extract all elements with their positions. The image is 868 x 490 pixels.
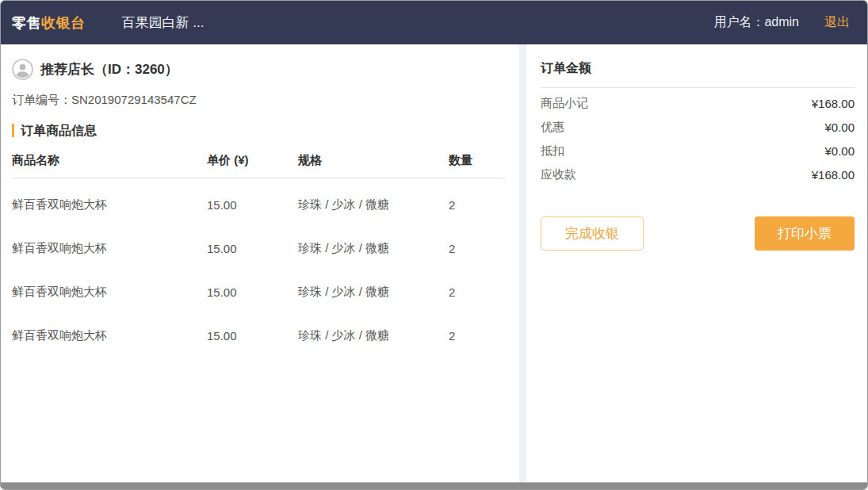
table-row: 鲜百香双响炮大杯 15.00 珍珠 / 少冰 / 微糖 2 bbox=[12, 183, 505, 227]
action-buttons-row: 完成收银 打印小票 bbox=[541, 216, 855, 251]
table-header-row: 商品名称 单价 (¥) 规格 数量 bbox=[12, 148, 505, 178]
summary-value: ¥168.00 bbox=[812, 168, 855, 182]
cell-unit-price: 15.00 bbox=[207, 329, 298, 343]
order-items-table: 商品名称 单价 (¥) 规格 数量 鲜百香双响炮大杯 15.00 珍珠 / 少冰… bbox=[12, 148, 507, 358]
summary-value: ¥0.00 bbox=[824, 144, 855, 158]
table-body: 鲜百香双响炮大杯 15.00 珍珠 / 少冰 / 微糖 2 鲜百香双响炮大杯 1… bbox=[12, 178, 505, 358]
table-row: 鲜百香双响炮大杯 15.00 珍珠 / 少冰 / 微糖 2 bbox=[12, 314, 505, 358]
store-tab[interactable]: 百果园白新 ... bbox=[122, 13, 205, 32]
cell-product-name: 鲜百香双响炮大杯 bbox=[12, 241, 207, 256]
cell-unit-price: 15.00 bbox=[207, 198, 298, 212]
summary-value: ¥168.00 bbox=[812, 97, 855, 110]
pos-window: 零售收银台 百果园白新 ... 用户名：admin 退出 推荐店长（ID：326… bbox=[0, 0, 868, 490]
username-value: admin bbox=[764, 15, 799, 29]
col-header-unit-price: 单价 (¥) bbox=[207, 153, 298, 168]
summary-label: 商品小记 bbox=[541, 96, 588, 111]
summary-rows: 商品小记 ¥168.00 优惠 ¥0.00 抵扣 ¥0.00 应收款 ¥168.… bbox=[541, 88, 855, 186]
print-receipt-button[interactable]: 打印小票 bbox=[755, 216, 855, 251]
order-amount-panel: 订单金额 商品小记 ¥168.00 优惠 ¥0.00 抵扣 ¥0.00 应收款 … bbox=[526, 44, 867, 482]
col-header-spec: 规格 bbox=[298, 153, 449, 168]
summary-label: 抵扣 bbox=[541, 144, 564, 159]
cell-quantity: 2 bbox=[449, 198, 505, 212]
cell-product-name: 鲜百香双响炮大杯 bbox=[12, 328, 207, 343]
order-number-value: SN20190729143547CZ bbox=[71, 93, 197, 106]
cell-spec: 珍珠 / 少冰 / 微糖 bbox=[298, 197, 449, 212]
order-items-panel: 推荐店长（ID：3260） 订单编号：SN20190729143547CZ 订单… bbox=[1, 44, 519, 482]
cell-quantity: 2 bbox=[449, 285, 505, 299]
order-items-section-title: 订单商品信息 bbox=[12, 124, 507, 137]
cell-quantity: 2 bbox=[449, 242, 505, 255]
summary-value: ¥0.00 bbox=[824, 121, 855, 134]
cell-product-name: 鲜百香双响炮大杯 bbox=[12, 285, 207, 300]
top-bar: 零售收银台 百果园白新 ... 用户名：admin 退出 bbox=[1, 1, 867, 44]
cell-unit-price: 15.00 bbox=[207, 285, 298, 299]
order-amount-title: 订单金额 bbox=[541, 56, 855, 88]
username-label: 用户名： bbox=[713, 15, 764, 29]
summary-label: 应收款 bbox=[541, 167, 576, 182]
cell-product-name: 鲜百香双响炮大杯 bbox=[12, 197, 207, 212]
app-title: 零售收银台 bbox=[12, 13, 86, 33]
main-content: 推荐店长（ID：3260） 订单编号：SN20190729143547CZ 订单… bbox=[1, 44, 867, 482]
logout-link[interactable]: 退出 bbox=[824, 14, 850, 31]
order-number-label: 订单编号： bbox=[12, 93, 71, 106]
referrer-title: 推荐店长（ID：3260） bbox=[40, 60, 178, 78]
cell-quantity: 2 bbox=[449, 329, 505, 343]
table-row: 鲜百香双响炮大杯 15.00 珍珠 / 少冰 / 微糖 2 bbox=[12, 270, 505, 314]
cell-spec: 珍珠 / 少冰 / 微糖 bbox=[298, 241, 449, 256]
username-text: 用户名：admin bbox=[713, 14, 799, 31]
finish-checkout-button[interactable]: 完成收银 bbox=[541, 216, 644, 251]
col-header-product-name: 商品名称 bbox=[12, 153, 207, 168]
person-avatar-icon bbox=[12, 59, 33, 80]
app-title-highlight: 收银台 bbox=[41, 15, 86, 31]
order-number: 订单编号：SN20190729143547CZ bbox=[12, 93, 507, 108]
summary-label: 优惠 bbox=[541, 120, 564, 135]
summary-row-amount-due: 应收款 ¥168.00 bbox=[541, 163, 855, 186]
table-row: 鲜百香双响炮大杯 15.00 珍珠 / 少冰 / 微糖 2 bbox=[12, 227, 505, 270]
bottom-scroll-bar[interactable] bbox=[1, 482, 867, 489]
cell-spec: 珍珠 / 少冰 / 微糖 bbox=[298, 285, 449, 300]
cell-unit-price: 15.00 bbox=[207, 242, 298, 255]
col-header-quantity: 数量 bbox=[449, 153, 505, 168]
referrer-row: 推荐店长（ID：3260） bbox=[12, 59, 507, 80]
summary-row-discount: 优惠 ¥0.00 bbox=[541, 115, 855, 139]
summary-row-deduction: 抵扣 ¥0.00 bbox=[541, 139, 855, 163]
app-title-prefix: 零售 bbox=[12, 15, 41, 31]
cell-spec: 珍珠 / 少冰 / 微糖 bbox=[298, 328, 449, 343]
summary-row-subtotal: 商品小记 ¥168.00 bbox=[541, 91, 855, 115]
